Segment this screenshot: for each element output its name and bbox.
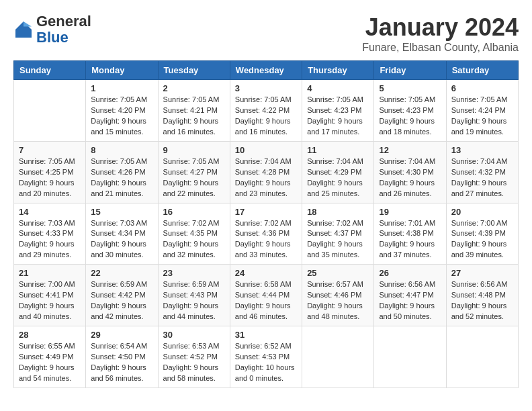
day-info: Sunrise: 7:00 AM Sunset: 4:39 PM Dayligh… — [451, 218, 513, 261]
calendar-cell: 2Sunrise: 7:05 AM Sunset: 4:21 PM Daylig… — [158, 80, 230, 142]
day-number: 2 — [163, 83, 225, 93]
day-info: Sunrise: 6:54 AM Sunset: 4:50 PM Dayligh… — [91, 341, 152, 384]
day-info: Sunrise: 7:05 AM Sunset: 4:25 PM Dayligh… — [19, 156, 81, 199]
day-number: 12 — [379, 145, 441, 155]
day-info: Sunrise: 7:02 AM Sunset: 4:37 PM Dayligh… — [307, 218, 369, 261]
calendar-cell: 19Sunrise: 7:01 AM Sunset: 4:38 PM Dayli… — [374, 203, 446, 265]
day-number: 20 — [451, 207, 513, 217]
calendar-cell: 29Sunrise: 6:54 AM Sunset: 4:50 PM Dayli… — [86, 326, 158, 388]
calendar-table: SundayMondayTuesdayWednesdayThursdayFrid… — [13, 60, 519, 388]
calendar-cell: 17Sunrise: 7:02 AM Sunset: 4:36 PM Dayli… — [230, 203, 302, 265]
day-info: Sunrise: 7:05 AM Sunset: 4:24 PM Dayligh… — [451, 95, 513, 138]
calendar-cell: 9Sunrise: 7:05 AM Sunset: 4:27 PM Daylig… — [158, 141, 230, 203]
calendar-cell: 15Sunrise: 7:03 AM Sunset: 4:34 PM Dayli… — [86, 203, 158, 265]
day-number: 29 — [91, 330, 152, 340]
calendar-week-row: 21Sunrise: 7:00 AM Sunset: 4:41 PM Dayli… — [14, 265, 519, 326]
day-info: Sunrise: 7:00 AM Sunset: 4:41 PM Dayligh… — [19, 279, 81, 322]
day-number: 5 — [379, 83, 441, 93]
day-number: 31 — [235, 330, 297, 340]
calendar-cell: 5Sunrise: 7:05 AM Sunset: 4:23 PM Daylig… — [374, 80, 446, 142]
calendar-week-row: 1Sunrise: 7:05 AM Sunset: 4:20 PM Daylig… — [14, 80, 519, 142]
day-number: 14 — [19, 207, 81, 217]
calendar-header-row: SundayMondayTuesdayWednesdayThursdayFrid… — [14, 61, 519, 80]
day-number: 4 — [307, 83, 369, 93]
calendar-cell: 8Sunrise: 7:05 AM Sunset: 4:26 PM Daylig… — [86, 141, 158, 203]
day-number: 22 — [91, 268, 152, 278]
calendar-cell: 23Sunrise: 6:59 AM Sunset: 4:43 PM Dayli… — [158, 265, 230, 326]
title-area: January 2024 Funare, Elbasan County, Alb… — [362, 13, 519, 54]
day-info: Sunrise: 6:56 AM Sunset: 4:48 PM Dayligh… — [451, 279, 513, 322]
day-info: Sunrise: 7:05 AM Sunset: 4:22 PM Dayligh… — [235, 95, 297, 138]
calendar-cell — [302, 326, 374, 388]
day-number: 15 — [91, 207, 152, 217]
calendar-cell — [14, 80, 86, 142]
day-info: Sunrise: 7:04 AM Sunset: 4:29 PM Dayligh… — [307, 156, 369, 199]
day-number: 1 — [91, 83, 152, 93]
calendar-cell: 24Sunrise: 6:58 AM Sunset: 4:44 PM Dayli… — [230, 265, 302, 326]
day-info: Sunrise: 7:01 AM Sunset: 4:38 PM Dayligh… — [379, 218, 441, 261]
day-number: 13 — [451, 145, 513, 155]
logo-icon — [13, 19, 34, 40]
day-info: Sunrise: 6:55 AM Sunset: 4:49 PM Dayligh… — [19, 341, 81, 384]
day-number: 25 — [307, 268, 369, 278]
calendar-week-row: 7Sunrise: 7:05 AM Sunset: 4:25 PM Daylig… — [14, 141, 519, 203]
calendar-cell: 6Sunrise: 7:05 AM Sunset: 4:24 PM Daylig… — [446, 80, 518, 142]
day-info: Sunrise: 7:05 AM Sunset: 4:26 PM Dayligh… — [91, 156, 152, 199]
day-number: 21 — [19, 268, 81, 278]
day-number: 27 — [451, 268, 513, 278]
calendar-cell: 22Sunrise: 6:59 AM Sunset: 4:42 PM Dayli… — [86, 265, 158, 326]
calendar-cell: 31Sunrise: 6:52 AM Sunset: 4:53 PM Dayli… — [230, 326, 302, 388]
day-number: 18 — [307, 207, 369, 217]
logo-blue: Blue — [36, 29, 69, 46]
day-info: Sunrise: 7:05 AM Sunset: 4:23 PM Dayligh… — [307, 95, 369, 138]
calendar-cell: 26Sunrise: 6:56 AM Sunset: 4:47 PM Dayli… — [374, 265, 446, 326]
day-number: 3 — [235, 83, 297, 93]
day-header-tuesday: Tuesday — [158, 61, 230, 80]
calendar-cell: 25Sunrise: 6:57 AM Sunset: 4:46 PM Dayli… — [302, 265, 374, 326]
day-header-thursday: Thursday — [302, 61, 374, 80]
calendar-cell — [374, 326, 446, 388]
day-info: Sunrise: 7:03 AM Sunset: 4:34 PM Dayligh… — [91, 218, 152, 261]
calendar-cell: 20Sunrise: 7:00 AM Sunset: 4:39 PM Dayli… — [446, 203, 518, 265]
logo-text: General Blue — [36, 13, 91, 46]
day-number: 16 — [163, 207, 225, 217]
calendar-cell: 13Sunrise: 7:04 AM Sunset: 4:32 PM Dayli… — [446, 141, 518, 203]
day-info: Sunrise: 7:04 AM Sunset: 4:30 PM Dayligh… — [379, 156, 441, 199]
calendar-cell: 30Sunrise: 6:53 AM Sunset: 4:52 PM Dayli… — [158, 326, 230, 388]
logo: General Blue — [13, 13, 91, 46]
day-header-sunday: Sunday — [14, 61, 86, 80]
day-number: 28 — [19, 330, 81, 340]
calendar-cell — [446, 326, 518, 388]
day-header-saturday: Saturday — [446, 61, 518, 80]
svg-marker-1 — [24, 21, 32, 27]
day-number: 8 — [91, 145, 152, 155]
calendar-cell: 16Sunrise: 7:02 AM Sunset: 4:35 PM Dayli… — [158, 203, 230, 265]
calendar-cell: 4Sunrise: 7:05 AM Sunset: 4:23 PM Daylig… — [302, 80, 374, 142]
day-header-monday: Monday — [86, 61, 158, 80]
day-number: 19 — [379, 207, 441, 217]
logo-general: General — [36, 13, 91, 30]
day-number: 17 — [235, 207, 297, 217]
day-number: 30 — [163, 330, 225, 340]
day-info: Sunrise: 7:05 AM Sunset: 4:23 PM Dayligh… — [379, 95, 441, 138]
calendar-cell: 18Sunrise: 7:02 AM Sunset: 4:37 PM Dayli… — [302, 203, 374, 265]
day-info: Sunrise: 6:53 AM Sunset: 4:52 PM Dayligh… — [163, 341, 225, 384]
day-header-friday: Friday — [374, 61, 446, 80]
day-number: 24 — [235, 268, 297, 278]
day-number: 23 — [163, 268, 225, 278]
calendar-cell: 12Sunrise: 7:04 AM Sunset: 4:30 PM Dayli… — [374, 141, 446, 203]
day-info: Sunrise: 7:02 AM Sunset: 4:36 PM Dayligh… — [235, 218, 297, 261]
calendar-cell: 14Sunrise: 7:03 AM Sunset: 4:33 PM Dayli… — [14, 203, 86, 265]
calendar-week-row: 28Sunrise: 6:55 AM Sunset: 4:49 PM Dayli… — [14, 326, 519, 388]
month-title: January 2024 — [362, 13, 519, 42]
calendar-cell: 3Sunrise: 7:05 AM Sunset: 4:22 PM Daylig… — [230, 80, 302, 142]
page-header: General Blue January 2024 Funare, Elbasa… — [13, 13, 519, 54]
calendar-cell: 7Sunrise: 7:05 AM Sunset: 4:25 PM Daylig… — [14, 141, 86, 203]
day-number: 10 — [235, 145, 297, 155]
day-info: Sunrise: 6:52 AM Sunset: 4:53 PM Dayligh… — [235, 341, 297, 384]
day-number: 26 — [379, 268, 441, 278]
day-number: 9 — [163, 145, 225, 155]
calendar-cell: 11Sunrise: 7:04 AM Sunset: 4:29 PM Dayli… — [302, 141, 374, 203]
calendar-cell: 21Sunrise: 7:00 AM Sunset: 4:41 PM Dayli… — [14, 265, 86, 326]
day-info: Sunrise: 6:58 AM Sunset: 4:44 PM Dayligh… — [235, 279, 297, 322]
